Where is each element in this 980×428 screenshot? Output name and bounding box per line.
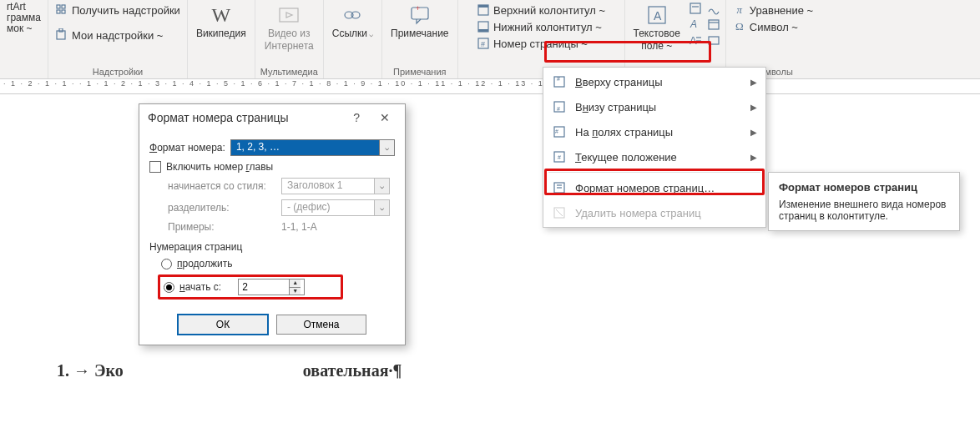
online-video-button[interactable]: Видео из Интернета (261, 2, 317, 53)
menu-bottom-label: Внизу страницы (575, 101, 656, 113)
text-box-l2: поле ~ (641, 41, 672, 52)
svg-rect-19 (690, 3, 700, 13)
numbering-section: Нумерация страниц (149, 241, 395, 253)
svg-rect-2 (57, 10, 60, 13)
spin-up[interactable]: ▲ (290, 279, 301, 288)
chevron-down-icon[interactable]: ⌵ (379, 140, 394, 155)
start-at-label: начать с: (179, 281, 221, 293)
svg-rect-27 (709, 37, 719, 44)
comment-label: Примечание (391, 28, 448, 39)
links-button[interactable]: Ссылки (329, 2, 376, 41)
ok-button[interactable]: ОК (178, 315, 268, 335)
group-smartart-partial: rtArt грамма мок ~ (0, 0, 48, 78)
menu-format-label: Формат номеров страниц… (575, 182, 715, 194)
quick-parts-icon[interactable] (689, 2, 702, 15)
text-box-button[interactable]: A Текстовое поле ~ (630, 2, 684, 53)
wordart-icon[interactable]: A (689, 18, 702, 31)
video-l1: Видео из (268, 28, 311, 39)
header-button[interactable]: Верхний колонтитул ~ (475, 2, 607, 18)
menu-current-position[interactable]: # Текущее положение ▶ (543, 144, 765, 169)
dialog-close-button[interactable]: ✕ (373, 111, 397, 124)
video-icon (277, 3, 301, 27)
start-at-radio[interactable] (164, 282, 174, 293)
submenu-arrow-icon: ▶ (750, 128, 757, 137)
include-chapter-checkbox[interactable] (149, 161, 161, 173)
submenu-arrow-icon: ▶ (750, 78, 757, 87)
wikipedia-button[interactable]: W Википедия (193, 2, 250, 41)
menu-separator (548, 172, 760, 173)
signature-icon[interactable] (707, 2, 720, 15)
group-wikipedia: W Википедия (188, 0, 255, 78)
menu-bottom-of-page[interactable]: # Внизу страницы ▶ (543, 94, 765, 119)
group-addins-label: Надстройки (93, 67, 143, 78)
my-addins[interactable]: Мои надстройки ~ (53, 27, 182, 43)
svg-text:A: A (690, 18, 697, 30)
equation-button[interactable]: π Уравнение ~ (731, 2, 815, 18)
menu-top-of-page[interactable]: # Вверху страницы ▶ (543, 69, 765, 94)
start-at-spinner[interactable]: ▲ ▼ (238, 279, 305, 295)
my-addins-label: Мои надстройки ~ (72, 29, 163, 42)
footer-icon (477, 20, 490, 33)
tooltip-title: Формат номеров страниц (779, 181, 949, 194)
object-icon[interactable] (707, 33, 720, 47)
addins-icon (55, 28, 68, 42)
page-number-menu: # Вверху страницы ▶ # Внизу страницы ▶ #… (543, 67, 766, 228)
svg-text:#: # (558, 154, 561, 160)
format-label: ФФормат номера:ормат номера: (149, 142, 225, 154)
menu-margins-label: На полях страницы (575, 126, 673, 138)
group-addins: Получить надстройки Мои надстройки ~ Над… (48, 0, 188, 78)
store-icon (55, 3, 68, 17)
tooltip-body: Изменение внешнего вида номеров страниц … (779, 199, 949, 222)
svg-rect-1 (62, 5, 65, 8)
symbol-button[interactable]: Ω Символ ~ (731, 18, 800, 35)
tooltip-format-page-numbers: Формат номеров страниц Изменение внешнег… (768, 172, 960, 231)
svg-line-40 (556, 209, 563, 216)
link-icon (341, 3, 364, 27)
document-body-line[interactable]: 1. → Эко овательная·¶ (57, 361, 402, 380)
svg-text:A: A (654, 9, 662, 23)
number-format-value: 1, 2, 3, … (231, 140, 379, 155)
page-margins-icon: # (552, 124, 567, 139)
comment-button[interactable]: + Примечание (387, 2, 452, 41)
comment-icon: + (408, 3, 432, 27)
menu-page-margins[interactable]: # На полях страницы ▶ (543, 119, 765, 144)
examples-value: 1-1, 1-А (281, 221, 317, 233)
svg-text:#: # (555, 128, 558, 134)
spin-down[interactable]: ▼ (290, 288, 301, 295)
page-top-icon: # (552, 74, 567, 89)
drop-cap-icon[interactable]: A (689, 33, 702, 47)
chapter-style-value: Заголовок 1 (282, 179, 374, 194)
video-l2: Интернета (265, 41, 314, 52)
chapter-style-combo: Заголовок 1 ⌵ (281, 178, 390, 194)
svg-text:#: # (557, 76, 560, 82)
separator-value: - (дефис) (282, 200, 374, 215)
remove-numbers-icon (552, 205, 567, 220)
ribbon: rtArt грамма мок ~ Получить надстройки М… (0, 0, 980, 79)
continue-radio[interactable] (161, 259, 172, 269)
group-media: Видео из Интернета Мультимедиа (255, 0, 324, 78)
page-number-button[interactable]: # Номер страницы ~ (475, 35, 589, 52)
text-box-l1: Текстовое (634, 28, 680, 39)
page-number-icon: # (477, 37, 490, 50)
symbol-icon: Ω (733, 20, 746, 33)
start-at-input[interactable] (239, 279, 289, 295)
get-addins[interactable]: Получить надстройки (53, 2, 182, 18)
footer-button[interactable]: Нижний колонтитул ~ (475, 18, 604, 35)
starts-style-label: начинается со стиля: (168, 180, 276, 192)
group-comments: + Примечание Примечания (382, 0, 457, 78)
menu-format-page-numbers[interactable]: Формат номеров страниц… (543, 175, 765, 200)
equation-icon: π (733, 3, 746, 17)
chevron-down-icon: ⌵ (374, 179, 389, 194)
submenu-arrow-icon: ▶ (750, 153, 757, 162)
cancel-button[interactable]: Отмена (276, 315, 366, 335)
number-format-combo[interactable]: 1, 2, 3, … ⌵ (230, 139, 395, 156)
footer-label: Нижний колонтитул ~ (493, 21, 602, 33)
text-box-icon: A (645, 3, 669, 27)
dialog-help-button[interactable]: ? (346, 111, 366, 124)
svg-rect-14 (478, 29, 488, 32)
date-time-icon[interactable] (707, 18, 720, 31)
submenu-arrow-icon: ▶ (750, 103, 757, 112)
include-chapter-label: Включить номер главы (166, 161, 273, 173)
group-comments-label: Примечания (393, 67, 447, 78)
svg-rect-12 (478, 5, 488, 8)
